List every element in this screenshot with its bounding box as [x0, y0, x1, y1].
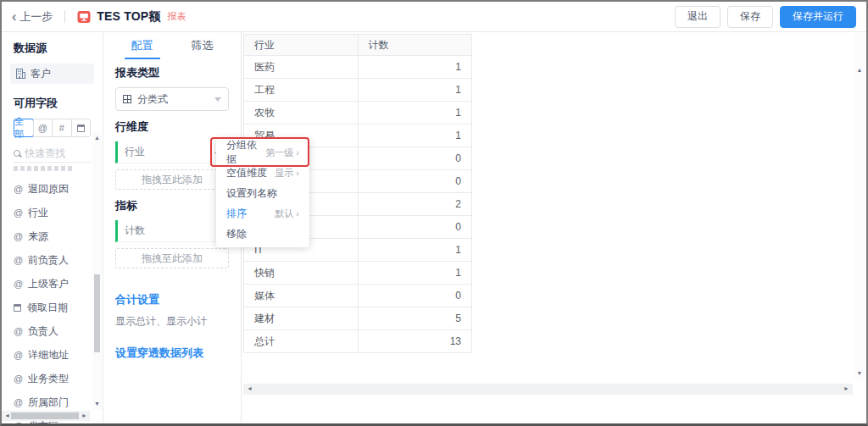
sidebar-horizontal-scrollbar[interactable]: ◄ ►	[2, 411, 90, 421]
datasource-item-customer[interactable]: 客户	[10, 64, 94, 84]
save-and-run-button[interactable]: 保存并运行	[780, 6, 856, 28]
column-header-industry: 行业	[244, 35, 359, 56]
back-button[interactable]: ‹ 上一步	[12, 9, 53, 25]
cell-count: 1	[359, 102, 473, 124]
table-row: 医药1	[244, 56, 472, 79]
table-vertical-scrollbar[interactable]: ▲ ▼	[854, 34, 865, 379]
search-input[interactable]	[25, 147, 79, 159]
scroll-up-icon[interactable]: ▲	[92, 134, 102, 142]
report-type-select[interactable]: 分类式	[115, 87, 229, 111]
sidebar-vertical-scrollbar[interactable]: ▲ ▼	[92, 132, 102, 410]
scroll-right-icon[interactable]: ►	[81, 411, 87, 421]
context-menu-item[interactable]: 分组依据第一级 ›	[216, 142, 309, 163]
column-header-count: 计数	[359, 35, 473, 56]
report-preview: 行业 计数 医药1工程1农牧1贸易10020IT1快销1媒体0建材5总计13 ▲…	[242, 32, 866, 423]
cell-industry: 快销	[244, 262, 359, 285]
chevron-left-icon: ‹	[12, 10, 16, 24]
calendar-icon	[14, 304, 21, 312]
menu-item-label: 空值维度	[226, 166, 267, 180]
field-item[interactable]: @详细地址	[2, 343, 103, 367]
field-label: 上级客户	[28, 277, 69, 291]
field-item[interactable]: @前负责人	[2, 248, 103, 272]
back-label: 上一步	[19, 9, 53, 25]
scroll-up-icon[interactable]: ▲	[854, 66, 865, 75]
search-icon	[14, 150, 20, 157]
field-item[interactable]: 领取日期	[2, 296, 103, 319]
scroll-right-icon[interactable]: ►	[843, 384, 849, 394]
field-item[interactable]: @来源	[2, 224, 103, 248]
top-bar: ‹ 上一步 TES TOP额 报表 退出 保存 保存并运行	[2, 2, 866, 32]
context-menu-item[interactable]: 设置列名称	[216, 183, 309, 203]
context-menu-item[interactable]: 排序默认 ›	[216, 203, 309, 224]
field-label: 负责人	[28, 324, 58, 339]
field-filter-tab[interactable]	[71, 119, 91, 136]
cell-industry: 建材	[244, 307, 359, 330]
scroll-down-icon[interactable]: ▼	[854, 369, 865, 378]
field-list: @退回原因@行业@来源@前负责人@上级客户领取日期@负责人@详细地址@业务类型@…	[2, 165, 103, 426]
metric-item-count[interactable]: 计数	[115, 220, 229, 242]
grid-icon	[123, 95, 131, 103]
field-label: 退回原因	[28, 182, 69, 196]
cell-industry: 媒体	[244, 285, 359, 307]
field-label: 详细地址	[28, 348, 69, 362]
table-horizontal-scrollbar[interactable]: ◄ ►	[243, 384, 853, 395]
field-filter-tab[interactable]: #	[52, 119, 71, 136]
field-filter-tab[interactable]: 全部	[14, 119, 34, 137]
datasource-title: 数据源	[14, 41, 91, 56]
scroll-left-icon[interactable]: ◄	[247, 384, 253, 394]
cell-count: 0	[359, 170, 473, 193]
table-row: 工程1	[244, 79, 472, 102]
table-row: 建材5	[244, 307, 472, 330]
metric-item-label: 计数	[125, 224, 145, 238]
drill-data-link[interactable]: 设置穿透数据列表	[115, 346, 229, 361]
field-filter-tab[interactable]: @	[33, 119, 53, 136]
exit-button[interactable]: 退出	[675, 6, 721, 28]
at-icon: @	[14, 326, 22, 336]
field-item[interactable]: @退回原因	[2, 177, 103, 201]
cell-count: 13	[359, 330, 473, 353]
field-item[interactable]: @业务类型	[2, 367, 103, 390]
menu-item-label: 分组依据	[226, 138, 265, 167]
metrics-title: 指标	[115, 198, 229, 213]
context-menu-item[interactable]: 移除	[216, 224, 309, 244]
scroll-left-icon[interactable]: ◄	[4, 411, 10, 421]
report-type-title: 报表类型	[115, 65, 229, 80]
cell-count: 1	[359, 56, 473, 79]
cell-count: 2	[359, 193, 473, 216]
at-icon: @	[14, 397, 22, 407]
cell-industry: 农牧	[244, 102, 359, 124]
scrollbar-thumb[interactable]	[11, 412, 79, 419]
cell-count: 1	[359, 262, 473, 285]
report-type-badge: 报表	[168, 10, 186, 23]
config-tabs: 配置 筛选	[112, 34, 232, 57]
field-item[interactable]: @行业	[2, 201, 103, 224]
cell-count: 0	[359, 285, 473, 307]
total-settings-desc: 显示总计、显示小计	[115, 314, 229, 329]
cell-count: 5	[359, 307, 473, 330]
at-icon: @	[14, 231, 22, 241]
field-search	[14, 144, 91, 163]
clipped-field-item[interactable]	[14, 166, 75, 171]
scrollbar-thumb[interactable]	[94, 274, 100, 352]
page-title: TES TOP额	[97, 9, 160, 25]
chevron-down-icon	[214, 97, 221, 102]
tab-config[interactable]: 配置	[130, 35, 155, 57]
dimension-item-label: 行业	[125, 145, 145, 159]
at-icon: @	[14, 279, 22, 289]
dimension-drop-zone[interactable]: 拖拽至此添加	[115, 169, 229, 190]
at-icon: @	[14, 255, 22, 265]
row-dimension-title: 行维度	[115, 119, 229, 135]
context-menu-item[interactable]: 空值维度显示 ›	[216, 163, 309, 183]
save-button[interactable]: 保存	[727, 6, 773, 28]
cell-count: 1	[359, 239, 473, 262]
scroll-down-icon[interactable]: ▼	[92, 400, 102, 408]
field-item[interactable]: @上级客户	[2, 272, 103, 296]
total-settings-link[interactable]: 合计设置	[115, 292, 229, 307]
field-item[interactable]: @负责人	[2, 319, 103, 343]
sidebar: 数据源 客户 可用字段 全部@#	[2, 32, 103, 423]
report-icon	[77, 10, 91, 24]
tab-filter[interactable]: 筛选	[190, 35, 215, 57]
dimension-item-industry[interactable]: 行业 ···	[115, 141, 229, 163]
metric-drop-zone[interactable]: 拖拽至此添加	[115, 248, 229, 268]
field-label: 前负责人	[28, 253, 69, 268]
